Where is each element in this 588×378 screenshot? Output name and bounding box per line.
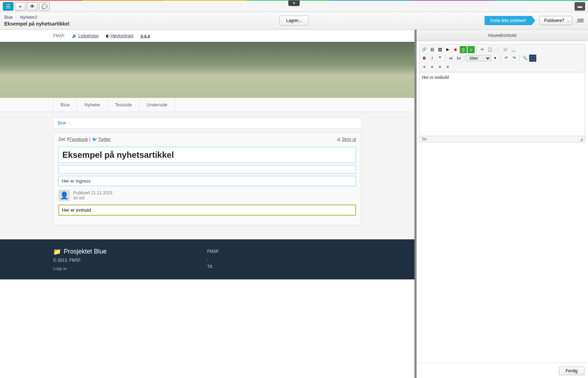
breadcrumb-bar: Blue 〉 Nyheter2 〉 Eksempel på nyhetsarti… xyxy=(0,12,588,30)
quote-icon[interactable]: ❝ xyxy=(436,55,443,62)
folder-icon: ▬ xyxy=(578,4,582,9)
article-meta: 👤 Publisert 21.11.2013 av sol xyxy=(58,190,356,201)
breadcrumb: Blue 〉 Nyheter2 〉 xyxy=(4,15,69,20)
emoji-icon[interactable]: ☺ xyxy=(468,46,475,53)
breadcrumb-section[interactable]: Nyheter2 xyxy=(20,15,38,20)
contrast-link[interactable]: ◐ Høykontrast xyxy=(106,33,134,38)
speaker-icon: 🔊 xyxy=(72,33,77,38)
inner-breadcrumb: Blue / xyxy=(53,117,361,129)
image-icon[interactable]: 🖼 xyxy=(436,46,443,53)
chat-icon: 💬 xyxy=(41,4,47,9)
code-icon[interactable]: {} xyxy=(460,46,467,53)
editor-toolbar: 🔗 ⛓ 🖼 ▶ ◉ {} ☺ ✂ 📋 📄 📰 📃 B I xyxy=(419,44,585,72)
logoff-link[interactable]: Logg av xyxy=(53,266,67,271)
chevron-down-icon: ▼ xyxy=(293,1,296,5)
copy-icon[interactable]: 📋 xyxy=(486,46,493,53)
contrast-icon: ◐ xyxy=(106,33,109,38)
cut-icon[interactable]: ✂ xyxy=(479,46,486,53)
article-box: Del: f Facebook | 🐦 Twitter 🖨 Skriv ut E… xyxy=(53,132,361,225)
media-icon[interactable]: ▶ xyxy=(444,46,451,53)
print-icon: 🖨 xyxy=(337,137,341,142)
site-footer: 📁 Prosjektet Blue © 2013, FMSF Logg av F… xyxy=(0,239,414,279)
site-topbar: FMSF 🔊 Lydversion ◐ Høykontrast a a a xyxy=(0,30,414,42)
footer-copyright: © 2013, FMSF xyxy=(53,258,207,263)
tree-button[interactable]: ☰ xyxy=(3,2,13,11)
search-icon[interactable]: 🔍 xyxy=(521,55,528,62)
article-ingress-field[interactable]: Her er ingress xyxy=(58,176,356,186)
redo-icon[interactable]: ↷ xyxy=(510,55,518,62)
undo-icon[interactable]: ↶ xyxy=(503,55,510,62)
inner-breadcrumb-root[interactable]: Blue xyxy=(58,121,66,126)
link-icon[interactable]: 🔗 xyxy=(421,46,428,53)
plus-icon: + xyxy=(19,4,22,9)
chat-button[interactable]: 💬 xyxy=(39,2,50,11)
styles-dropdown[interactable]: Stiler xyxy=(466,55,491,61)
options-menu-icon[interactable] xyxy=(577,19,584,22)
editor-textarea[interactable]: Her er innhold xyxy=(419,72,585,136)
person-icon: 👤 xyxy=(60,191,69,200)
publish-dropdown[interactable]: Publisere? xyxy=(539,16,572,25)
editor-path: Sti: ◢ xyxy=(419,136,585,143)
add-button[interactable]: + xyxy=(15,2,26,11)
preview-pane: FMSF 🔊 Lydversion ◐ Høykontrast a a a Bl… xyxy=(0,30,414,378)
unlink-icon[interactable]: ⛓ xyxy=(429,46,436,53)
center-dropdown[interactable]: ▼ xyxy=(288,0,300,6)
publish-state-badge: Enda ikke publisert xyxy=(485,16,532,25)
published-date: Publisert 21.11.2013 xyxy=(73,190,112,195)
share-label: Del: xyxy=(58,137,66,142)
ul-icon[interactable]: •≡ xyxy=(447,55,454,62)
italic-icon[interactable]: I xyxy=(429,55,436,62)
author-name: av sol xyxy=(73,195,112,200)
footer-comma: , xyxy=(207,255,361,263)
align-center-icon[interactable]: ≡ xyxy=(429,63,436,70)
styles-expand-icon[interactable]: ▾ xyxy=(492,55,499,62)
align-justify-icon[interactable]: ≡ xyxy=(444,63,451,70)
paste-icon[interactable]: 📄 xyxy=(494,46,501,53)
folder-button[interactable]: ▬ xyxy=(575,2,585,11)
align-right-icon[interactable]: ≡ xyxy=(436,63,443,70)
footer-tlf: Tlf. xyxy=(207,263,361,271)
main-nav: Blue Nyheter Testside Underside xyxy=(0,98,414,112)
resize-handle-icon[interactable]: ◢ xyxy=(580,137,583,141)
page-title: Eksempel på nyhetsartikkel xyxy=(4,21,69,27)
top-toolbar: ☰ + 👁 💬 ▼ ▬ xyxy=(0,1,588,12)
article-subtitle-field[interactable] xyxy=(58,165,356,174)
flash-icon[interactable]: ◉ xyxy=(452,46,459,53)
footer-fmsf: FMSF xyxy=(207,248,361,256)
print-link[interactable]: 🖨 Skriv ut xyxy=(337,137,356,142)
eye-icon: 👁 xyxy=(30,4,35,9)
textsize-control[interactable]: a a a xyxy=(141,33,150,38)
footer-project: 📁 Prosjektet Blue xyxy=(53,248,207,256)
share-twitter[interactable]: Twitter xyxy=(98,137,111,142)
fullscreen-icon[interactable]: ⛶ xyxy=(529,55,536,62)
nav-item-underside[interactable]: Underside xyxy=(139,98,175,112)
folder-icon: 📁 xyxy=(53,248,61,256)
editor-pane: Hovedinnhold 🔗 ⛓ 🖼 ▶ ◉ {} ☺ ✂ 📋 📄 📰 📃 xyxy=(414,30,588,378)
article-body-field[interactable]: Her er innhold xyxy=(58,205,356,216)
audio-link[interactable]: 🔊 Lydversion xyxy=(72,33,99,38)
share-facebook[interactable]: Facebook xyxy=(69,137,88,142)
avatar: 👤 xyxy=(58,190,70,201)
hero-image xyxy=(0,42,414,98)
tree-icon: ☰ xyxy=(6,4,11,9)
editor-header: Hovedinnhold xyxy=(417,30,588,41)
site-fmsf: FMSF xyxy=(53,33,65,38)
nav-item-nyheter[interactable]: Nyheter xyxy=(77,98,108,112)
ol-icon[interactable]: 1≡ xyxy=(455,55,462,62)
saving-status: Lagrer... xyxy=(279,16,309,26)
paste-word-icon[interactable]: 📰 xyxy=(502,46,509,53)
align-left-icon[interactable]: ≡ xyxy=(421,63,428,70)
article-title-field[interactable]: Eksempel på nyhetsartikkel xyxy=(58,147,356,163)
facebook-icon: f xyxy=(67,137,69,142)
twitter-icon: 🐦 xyxy=(92,137,97,142)
breadcrumb-root[interactable]: Blue xyxy=(4,15,13,20)
nav-item-testside[interactable]: Testside xyxy=(108,98,140,112)
nav-item-blue[interactable]: Blue xyxy=(53,98,77,112)
share-row: Del: f Facebook | 🐦 Twitter 🖨 Skriv ut xyxy=(58,137,356,142)
paste-text-icon[interactable]: 📃 xyxy=(510,46,517,53)
bold-icon[interactable]: B xyxy=(421,55,428,62)
done-button[interactable]: Ferdig xyxy=(559,367,584,375)
preview-button[interactable]: 👁 xyxy=(27,2,38,11)
